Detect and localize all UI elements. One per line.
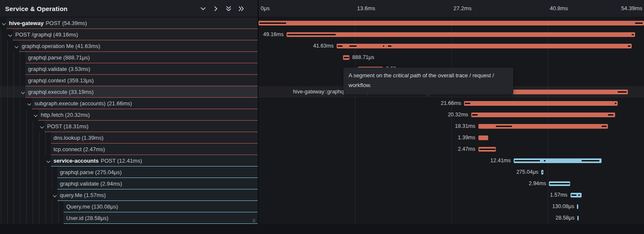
indent-guide (26, 144, 27, 155)
span-tree-row[interactable]: hive-gatewayPOST (54.39ms) (0, 17, 258, 29)
span-tree-row[interactable]: subgraph.execute (accounts) (21.66ms) (0, 98, 258, 109)
span-row-content: Query.me (130.08μs) (64, 201, 258, 212)
indent-guide (20, 63, 20, 75)
span-bar[interactable] (514, 158, 602, 163)
indent-guide (20, 144, 20, 155)
collapse-chevron-icon[interactable] (20, 90, 25, 95)
panel-resize-handle[interactable]: || (253, 218, 256, 223)
collapse-chevron-icon[interactable] (27, 101, 32, 106)
indent-guide (14, 212, 14, 224)
indent-guide (7, 155, 8, 166)
span-bar[interactable] (471, 113, 615, 117)
timeline-row: 49.16ms (259, 29, 644, 40)
indent-guide (26, 121, 27, 132)
operation-label: graphql.parse (888.71μs) (28, 54, 90, 61)
collapse-chevron-icon[interactable] (14, 44, 19, 49)
span-tree-row[interactable]: POST /graphql (49.16ms) (0, 29, 258, 40)
span-tree-row[interactable]: graphql.parse (888.71μs) (0, 52, 258, 63)
span-tree-row[interactable]: query.Me (1.57ms) (0, 189, 258, 201)
timeline-row: 275.04μs (259, 166, 644, 178)
timeline-ruler[interactable]: 0μs13.6ms27.2ms40.8ms54.39ms (259, 0, 644, 17)
indent-guide (14, 52, 14, 63)
operation-label: Query.me (130.08μs) (66, 203, 118, 210)
span-tree-row[interactable]: graphql.execute (33.19ms) (0, 86, 258, 98)
span-tree-row[interactable]: dns.lookup (1.39ms) (0, 132, 258, 144)
double-chevron-down-icon[interactable] (225, 6, 232, 12)
collapse-chevron-icon[interactable] (46, 158, 51, 164)
span-bar[interactable] (343, 55, 349, 60)
indent-guide (14, 178, 14, 189)
span-tree-row[interactable]: graphql.validate (2.94ms) (0, 178, 258, 189)
indent-guide (1, 52, 1, 63)
span-tree-row[interactable]: graphql.context (359.13μs) (0, 75, 258, 86)
indent-guide (20, 121, 20, 132)
indent-guide (7, 178, 8, 189)
critical-path-segment (472, 114, 478, 116)
indent-guide (45, 132, 46, 144)
indent-guide (58, 201, 59, 212)
indent-guide (52, 212, 52, 224)
critical-path-segment (388, 45, 391, 47)
span-tree-row[interactable]: service-accountsPOST (12.41ms) (0, 155, 258, 166)
span-bar[interactable] (549, 181, 570, 186)
span-tree-row[interactable]: graphql.operation Me (41.63ms) (0, 40, 258, 52)
collapse-chevron-icon[interactable] (8, 32, 13, 37)
timeline-row: 1.39ms (259, 132, 644, 144)
span-tree-row[interactable]: User.id (28.58μs) (0, 212, 258, 224)
span-tree-row[interactable]: graphql.validate (3.53ms) (0, 63, 258, 75)
span-tree-row[interactable]: POST (18.31ms) (0, 121, 258, 132)
indent-guide (20, 212, 20, 224)
indent-guide (7, 63, 8, 75)
operation-label: graphql.operation Me (41.63ms) (22, 43, 100, 49)
span-bar[interactable] (464, 101, 618, 106)
critical-path-segment (571, 195, 577, 196)
span-duration-label: 28.58μs (556, 212, 575, 224)
span-bar[interactable] (571, 193, 582, 197)
span-bar[interactable] (287, 32, 635, 37)
double-chevron-right-icon[interactable] (238, 6, 245, 12)
span-tree-row[interactable]: graphql.parse (275.04μs) (0, 166, 258, 178)
critical-path-segment (608, 114, 613, 116)
indent-guide (7, 132, 8, 144)
span-tree-row[interactable]: http.fetch (20.32ms) (0, 109, 258, 121)
chevron-down-icon[interactable] (200, 6, 206, 12)
span-bar[interactable] (541, 170, 543, 175)
span-bar[interactable] (478, 135, 488, 140)
span-bar[interactable] (577, 204, 578, 209)
collapse-chevron-icon[interactable] (1, 21, 6, 26)
span-bar[interactable] (259, 21, 644, 25)
indent-guide (14, 189, 14, 201)
span-row-content: service-accountsPOST (12.41ms) (51, 155, 258, 166)
indent-guide (14, 144, 14, 155)
span-tree-row[interactable]: tcp.connect (2.47ms) (0, 144, 258, 155)
collapse-chevron-icon[interactable] (33, 113, 38, 118)
span-bar[interactable] (337, 44, 632, 48)
span-bar[interactable] (577, 216, 579, 220)
indent-guide (1, 201, 1, 212)
chevron-right-icon[interactable] (213, 6, 219, 12)
span-tree-row[interactable]: Query.me (130.08μs) (0, 201, 258, 212)
indent-guide (1, 86, 1, 98)
indent-guide (1, 144, 1, 155)
critical-path-segment (618, 91, 627, 93)
operation-label: graphql.context (359.13μs) (28, 77, 94, 84)
timeline-row: 28.58μs (259, 212, 644, 224)
span-bar[interactable] (478, 147, 496, 152)
critical-path-segment (344, 57, 349, 58)
span-row-content: graphql.execute (33.19ms) (25, 86, 258, 98)
timeline-row: 1.57ms (259, 189, 644, 201)
indent-guide (45, 166, 46, 178)
span-row-content: tcp.connect (2.47ms) (51, 144, 258, 155)
operation-label: tcp.connect (2.47ms) (53, 146, 105, 152)
span-bar[interactable] (478, 124, 608, 129)
collapse-chevron-icon[interactable] (39, 124, 45, 129)
timeline-row: 21.66ms (259, 98, 644, 109)
indent-guide (14, 166, 14, 178)
ruler-tick-label: 13.6ms (357, 5, 375, 11)
ruler-tick-label: 0μs (261, 5, 270, 11)
indent-guide (20, 75, 20, 86)
collapse-chevron-icon[interactable] (52, 193, 57, 198)
indent-guide (1, 132, 1, 144)
span-duration-label: 21.66ms (441, 98, 461, 109)
indent-guide (39, 132, 39, 144)
